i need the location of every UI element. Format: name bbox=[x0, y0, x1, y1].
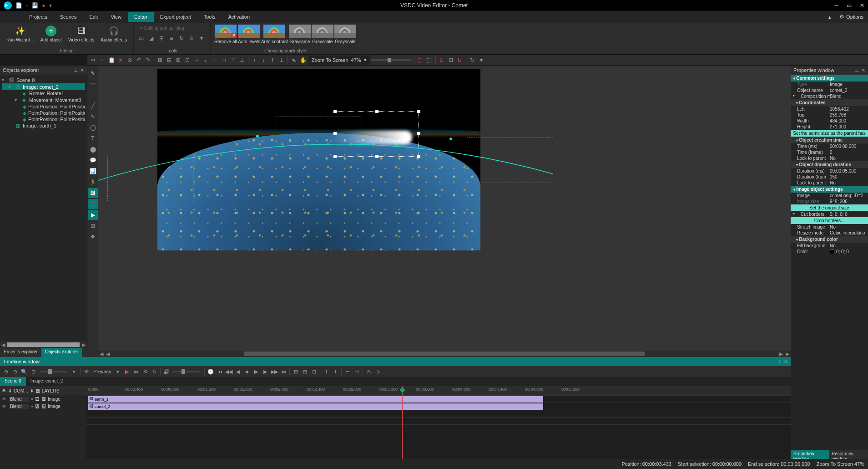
eye-icon[interactable]: 👁 bbox=[82, 367, 91, 376]
clock-icon[interactable]: 🕐 bbox=[207, 367, 215, 376]
tree-node[interactable]: ◆Rotate: Rotate1 bbox=[2, 90, 85, 97]
block-icon[interactable]: ⊘ bbox=[126, 56, 134, 64]
property-section[interactable]: Object creation time bbox=[791, 137, 868, 143]
close-icon[interactable]: ✕ bbox=[860, 2, 864, 9]
tab-image[interactable]: Image: comet_2 bbox=[26, 377, 68, 386]
tree-node[interactable]: ▾🖼Image: comet_2 bbox=[2, 83, 85, 90]
chevron-down-icon[interactable]: ▾ bbox=[364, 57, 367, 63]
step-fwd-icon[interactable]: ▶ bbox=[261, 367, 269, 376]
scroll-left-icon[interactable]: ◀ bbox=[0, 342, 6, 348]
u-icon[interactable]: U bbox=[456, 56, 464, 64]
property-row[interactable]: Time (ms)00:00:00.000 bbox=[791, 143, 868, 149]
menu-tools[interactable]: Tools bbox=[197, 12, 222, 22]
align-icon[interactable]: ⊤ bbox=[229, 56, 237, 64]
qat-dropdown-icon[interactable]: ▾ bbox=[49, 2, 52, 9]
tree-node[interactable]: 🖼Image: earth_1 bbox=[2, 122, 85, 129]
qat-open-icon[interactable]: ▫ bbox=[26, 2, 28, 9]
keyframe-box[interactable] bbox=[467, 138, 553, 183]
property-row[interactable]: Stretch imageNo bbox=[791, 224, 868, 230]
resize-handle[interactable] bbox=[333, 155, 337, 158]
ellipse-tool-icon[interactable]: ◯ bbox=[88, 122, 98, 133]
preview-canvas[interactable] bbox=[157, 69, 480, 250]
crop-icon[interactable]: ⊟ bbox=[292, 367, 300, 376]
anim-tool-icon[interactable]: 🏃 bbox=[88, 177, 98, 187]
timeline-track[interactable]: earth_1 bbox=[86, 395, 791, 403]
u-icon[interactable]: ⊡ bbox=[447, 56, 455, 64]
property-row[interactable]: ▸Composition modBlend bbox=[791, 93, 868, 99]
tree-node[interactable]: ◆PointPosition: PointPositio bbox=[2, 116, 85, 122]
tool-icon[interactable]: ▾ bbox=[197, 34, 206, 42]
link-icon[interactable]: ⇲ bbox=[374, 367, 382, 376]
align-icon[interactable]: ⊡ bbox=[183, 56, 192, 64]
speaker-icon[interactable]: 🔊 bbox=[162, 367, 171, 376]
step-back-icon[interactable]: ◀ bbox=[234, 367, 242, 376]
scroll-left-icon[interactable]: ◀ bbox=[105, 351, 111, 357]
close-icon[interactable]: ✕ bbox=[861, 67, 865, 73]
property-section[interactable]: Common settings bbox=[791, 75, 868, 82]
maximize-icon[interactable]: ▭ bbox=[847, 2, 852, 9]
tree-node[interactable]: ◆PointPosition: PointPositio bbox=[2, 110, 85, 116]
eye-icon[interactable]: 👁 bbox=[2, 388, 6, 393]
zoom-icon[interactable]: 🔍 bbox=[20, 367, 28, 376]
menu-export[interactable]: Export project bbox=[154, 12, 197, 22]
chevron-down-icon[interactable]: ▾ bbox=[114, 367, 122, 376]
chevron-down-icon[interactable]: ▾ bbox=[70, 367, 78, 376]
loop-icon[interactable]: ↻ bbox=[150, 367, 158, 376]
zoom-control[interactable]: Zoom To Screen 47% ▾ bbox=[308, 56, 370, 65]
tab-projects-explorer[interactable]: Projects explorer bbox=[0, 348, 41, 357]
timeline-track[interactable]: comet_2 bbox=[86, 403, 791, 410]
close-icon[interactable]: ✕ bbox=[784, 359, 788, 365]
align-icon[interactable]: ⊠ bbox=[174, 56, 182, 64]
property-section[interactable]: Image object settings bbox=[791, 186, 868, 193]
property-row[interactable]: Color0; 0; 0 bbox=[791, 249, 868, 255]
align-icon[interactable]: ⊟ bbox=[165, 56, 173, 64]
menu-edit[interactable]: Edit bbox=[83, 12, 104, 22]
style-grayscale-3[interactable]: Grayscale bbox=[334, 25, 356, 44]
crop-icon[interactable]: ⊡ bbox=[310, 367, 318, 376]
menu-scenes[interactable]: Scenes bbox=[54, 12, 83, 22]
tool-icon[interactable]: ⊞ bbox=[157, 34, 166, 42]
property-section[interactable]: Coordinates bbox=[791, 99, 868, 106]
property-row[interactable]: Object namecomet_2 bbox=[791, 87, 868, 93]
move-tool-icon[interactable]: ✥ bbox=[88, 232, 98, 242]
tool-icon[interactable]: ≡ bbox=[167, 34, 176, 42]
tab-properties[interactable]: Properties window bbox=[791, 450, 829, 459]
zoom-slider[interactable] bbox=[371, 59, 412, 61]
resize-handle[interactable] bbox=[417, 110, 420, 113]
marker-icon[interactable]: ⬚ bbox=[425, 56, 434, 64]
run-wizard-button[interactable]: ✨Run Wizard... bbox=[4, 25, 37, 43]
tool-icon[interactable]: ⊙ bbox=[187, 34, 196, 42]
marker-icon[interactable]: ⤒ bbox=[322, 367, 330, 376]
pin-icon[interactable]: ⊥ bbox=[855, 67, 859, 73]
line-tool-icon[interactable]: ─ bbox=[88, 90, 98, 100]
property-section[interactable]: Background color bbox=[791, 236, 868, 243]
shape-tool-icon[interactable]: ╱ bbox=[88, 101, 98, 111]
clip-earth[interactable]: earth_1 bbox=[88, 396, 543, 403]
property-row[interactable]: Width484.000 bbox=[791, 118, 868, 124]
close-icon[interactable]: ✕ bbox=[80, 67, 84, 73]
property-row[interactable]: Fill backgrounNo bbox=[791, 243, 868, 249]
property-row[interactable]: Image size948; 206 bbox=[791, 199, 868, 204]
marker-icon[interactable]: ⬚ bbox=[416, 56, 424, 64]
pen-tool-icon[interactable]: ✎ bbox=[88, 112, 98, 122]
menu-view[interactable]: View bbox=[104, 12, 128, 22]
next-icon[interactable]: ▶▶ bbox=[270, 367, 278, 376]
tab-resources[interactable]: Resources window bbox=[829, 450, 868, 459]
property-action-button[interactable]: Crop borders... bbox=[791, 217, 868, 224]
arrow-bottom-icon[interactable]: ⤓ bbox=[278, 56, 286, 64]
property-row[interactable]: Resize modeCubic interpolation bbox=[791, 230, 868, 236]
undo-icon[interactable]: ↶ bbox=[135, 56, 143, 64]
align-icon[interactable]: ⊣ bbox=[220, 56, 228, 64]
remove-icon[interactable]: ⊖ bbox=[11, 367, 19, 376]
property-row[interactable]: Left1058.402 bbox=[791, 106, 868, 112]
align-icon[interactable]: ⊢ bbox=[211, 56, 219, 64]
cursor-icon[interactable]: ⬉ bbox=[290, 56, 298, 64]
scroll-right-icon[interactable]: ▶ bbox=[81, 342, 87, 348]
paste-icon[interactable]: 📋 bbox=[107, 56, 116, 64]
style-grayscale-2[interactable]: Grayscale bbox=[312, 25, 333, 44]
property-row[interactable]: Lock to parentNo bbox=[791, 155, 868, 161]
property-row[interactable]: Height271.000 bbox=[791, 124, 868, 130]
chart-tool-icon[interactable]: 📊 bbox=[88, 166, 98, 176]
copy-icon[interactable]: ▫ bbox=[98, 56, 106, 64]
property-row[interactable]: Duration (fram150 bbox=[791, 174, 868, 180]
